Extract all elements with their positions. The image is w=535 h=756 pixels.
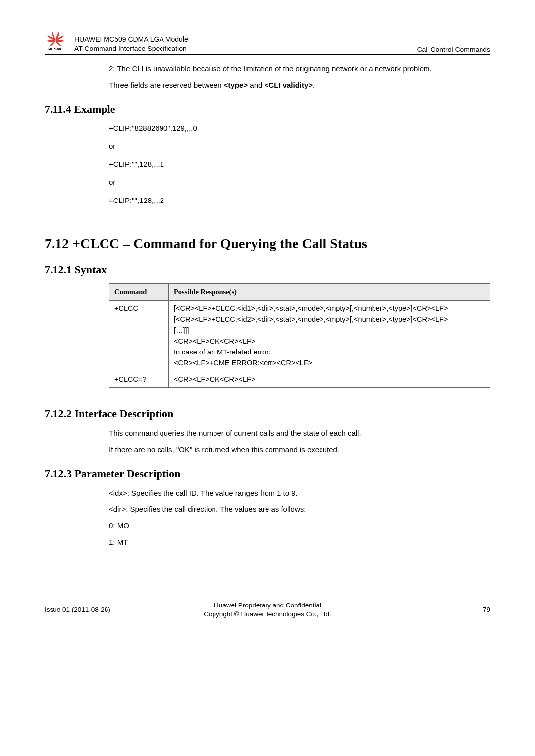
header-chapter: Call Control Commands bbox=[417, 46, 490, 53]
footer-c1: Huawei Proprietary and Confidential bbox=[156, 601, 379, 610]
intro-p2-mid: and bbox=[248, 81, 264, 89]
param-p2: <dir>: Specifies the call direction. The… bbox=[109, 504, 490, 515]
intro-block: 2: The CLI is unavailable because of the… bbox=[45, 63, 490, 91]
iface-p2: If there are no calls, "OK" is returned … bbox=[109, 444, 490, 455]
param-p1: <idx>: Specifies the call ID. The value … bbox=[109, 487, 490, 499]
intro-p2-pre: Three fields are reserved between bbox=[109, 81, 224, 89]
syntax-table: Command Possible Response(s) +CLCC [<CR>… bbox=[109, 283, 490, 388]
example-block: +CLIP:"82882690",129,,,,0 or +CLIP:"",12… bbox=[45, 123, 490, 206]
footer-c2: Copyright © Huawei Technologies Co., Ltd… bbox=[156, 610, 379, 619]
page-footer: Issue 01 (2011-08-26) Huawei Proprietary… bbox=[45, 598, 490, 619]
example-l2: or bbox=[109, 141, 490, 152]
table-header-row: Command Possible Response(s) bbox=[109, 284, 490, 301]
intro-p2-b1: <type> bbox=[224, 81, 248, 89]
footer-center: Huawei Proprietary and Confidential Copy… bbox=[156, 601, 379, 619]
cell-resp-clcc: [<CR><LF>+CLCC:<id1>,<dir>,<stat>,<mode>… bbox=[169, 301, 490, 371]
header-line1: HUAWEI MC509 CDMA LGA Module bbox=[74, 35, 417, 44]
heading-7-11-4: 7.11.4 Example bbox=[45, 103, 490, 116]
interface-desc-block: This command queries the number of curre… bbox=[45, 427, 490, 455]
footer-page-number: 79 bbox=[379, 606, 490, 613]
footer-issue: Issue 01 (2011-08-26) bbox=[45, 606, 156, 613]
cell-cmd-clcc: +CLCC bbox=[109, 301, 169, 371]
resp-l6: <CR><LF>+CME ERROR:<err><CR><LF> bbox=[174, 359, 485, 367]
th-command: Command bbox=[109, 284, 169, 301]
param-p3: 0: MO bbox=[109, 520, 490, 531]
example-l5: +CLIP:"",128,,,,2 bbox=[109, 195, 490, 206]
header-line2: AT Command Interface Specification bbox=[74, 44, 417, 53]
cell-cmd-clcc-q: +CLCC=? bbox=[109, 371, 169, 388]
example-l4: or bbox=[109, 177, 490, 188]
table-row: +CLCC=? <CR><LF>OK<CR><LF> bbox=[109, 371, 490, 388]
cell-resp-clcc-q: <CR><LF>OK<CR><LF> bbox=[169, 371, 490, 388]
page-header: HUAWEI HUAWEI MC509 CDMA LGA Module AT C… bbox=[45, 30, 490, 55]
param-desc-block: <idx>: Specifies the call ID. The value … bbox=[45, 487, 490, 548]
heading-7-12-2: 7.12.2 Interface Description bbox=[45, 407, 490, 420]
logo-container: HUAWEI bbox=[45, 30, 74, 53]
intro-p2-b2: <CLI validity> bbox=[265, 81, 313, 89]
resp-l4: <CR><LF>OK<CR><LF> bbox=[174, 337, 485, 345]
heading-7-12-1: 7.12.1 Syntax bbox=[45, 263, 490, 276]
heading-7-12-3: 7.12.3 Parameter Description bbox=[45, 467, 490, 480]
header-titles: HUAWEI MC509 CDMA LGA Module AT Command … bbox=[74, 35, 417, 53]
resp-l2: [<CR><LF>+CLCC:<id2>,<dir>,<stat>,<mode>… bbox=[174, 315, 485, 323]
resp-l3: […]]] bbox=[174, 326, 485, 334]
example-l3: +CLIP:"",128,,,,1 bbox=[109, 159, 490, 170]
example-l1: +CLIP:"82882690",129,,,,0 bbox=[109, 123, 490, 134]
svg-text:HUAWEI: HUAWEI bbox=[48, 47, 62, 51]
th-response: Possible Response(s) bbox=[169, 284, 490, 301]
heading-7-12: 7.12 +CLCC – Command for Querying the Ca… bbox=[45, 236, 490, 252]
table-row: +CLCC [<CR><LF>+CLCC:<id1>,<dir>,<stat>,… bbox=[109, 301, 490, 371]
param-p4: 1: MT bbox=[109, 536, 490, 548]
intro-p2-post: . bbox=[313, 81, 315, 89]
intro-p2: Three fields are reserved between <type>… bbox=[109, 79, 490, 91]
huawei-logo-icon: HUAWEI bbox=[45, 30, 66, 51]
iface-p1: This command queries the number of curre… bbox=[109, 427, 490, 439]
resp-l5: In case of an MT-related error: bbox=[174, 348, 485, 356]
resp-l1: [<CR><LF>+CLCC:<id1>,<dir>,<stat>,<mode>… bbox=[174, 304, 485, 312]
intro-p1: 2: The CLI is unavailable because of the… bbox=[109, 63, 490, 74]
